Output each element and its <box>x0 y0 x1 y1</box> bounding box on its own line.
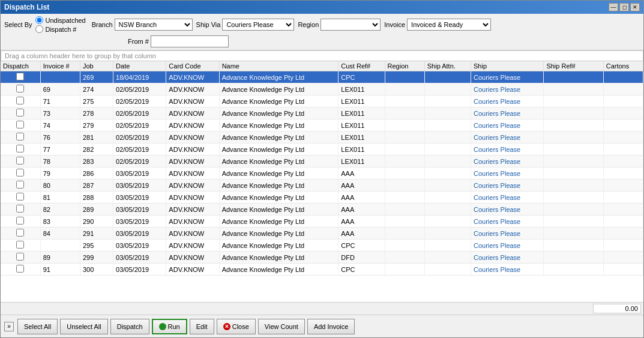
table-container[interactable]: Dispatch Invoice # Job Date Card Code Na… <box>1 61 643 302</box>
invoice-group: Invoice Invoiced & Ready All Not Invoice… <box>384 19 491 31</box>
table-cell: 69 <box>40 83 80 95</box>
dispatch-checkbox[interactable] <box>16 229 24 237</box>
table-cell <box>385 228 424 240</box>
table-cell: LEX011 <box>339 143 385 155</box>
table-row[interactable]: 26918/04/2019ADV.KNOWAdvance Knowledge P… <box>1 71 643 83</box>
view-count-button[interactable]: View Count <box>258 319 305 334</box>
dispatch-checkbox[interactable] <box>16 133 24 140</box>
table-row[interactable]: 6927402/05/2019ADV.KNOWAdvance Knowledge… <box>1 83 643 95</box>
radio-dispatch-input[interactable] <box>35 25 43 33</box>
table-cell: 295 <box>80 240 113 252</box>
col-header-invoice[interactable]: Invoice # <box>40 61 80 71</box>
invoice-select[interactable]: Invoiced & Ready All Not Invoiced <box>407 19 491 31</box>
col-header-shipref[interactable]: Ship Ref# <box>544 61 603 71</box>
dispatch-checkbox[interactable] <box>16 217 24 225</box>
table-row[interactable]: 7427902/05/2019ADV.KNOWAdvance Knowledge… <box>1 119 643 131</box>
table-cell: 278 <box>80 107 113 119</box>
radio-undispatched-input[interactable] <box>35 16 43 24</box>
dispatch-checkbox[interactable] <box>16 109 24 116</box>
status-bar: 0.00 <box>1 302 643 315</box>
select-all-button[interactable]: Select All <box>17 319 58 334</box>
table-cell: Couriers Please <box>471 180 543 192</box>
table-row[interactable]: 29503/05/2019ADV.KNOWAdvance Knowledge P… <box>1 240 643 252</box>
table-cell <box>603 155 643 167</box>
dispatch-button[interactable]: Dispatch <box>110 319 149 334</box>
col-header-job[interactable]: Job <box>80 61 113 71</box>
col-header-shipattn[interactable]: Ship Attn. <box>424 61 471 71</box>
table-row[interactable]: 7928603/05/2019ADV.KNOWAdvance Knowledge… <box>1 167 643 180</box>
dispatch-checkbox[interactable] <box>16 241 24 249</box>
close-button[interactable]: ✕ Close <box>217 319 256 334</box>
table-cell: Advance Knowledge Pty Ltd <box>219 131 339 143</box>
table-cell <box>424 252 471 264</box>
dispatch-checkbox[interactable] <box>16 145 24 152</box>
col-header-cartons[interactable]: Cartons <box>603 61 643 71</box>
table-row[interactable]: 8128803/05/2019ADV.KNOWAdvance Knowledge… <box>1 192 643 204</box>
table-cell <box>424 107 471 119</box>
dispatch-checkbox[interactable] <box>16 169 24 177</box>
add-invoice-button[interactable]: Add Invoice <box>307 319 355 334</box>
table-row[interactable]: 8028703/05/2019ADV.KNOWAdvance Knowledge… <box>1 180 643 192</box>
table-cell <box>424 71 471 83</box>
table-cell <box>385 131 424 143</box>
shipvia-select[interactable]: Couriers Please Australia Post DHL <box>222 19 294 31</box>
col-header-cardcode[interactable]: Card Code <box>166 61 219 71</box>
table-cell <box>544 167 603 180</box>
run-button[interactable]: Run <box>152 319 187 334</box>
table-cell <box>544 264 603 276</box>
status-value: 0.00 <box>593 304 641 313</box>
table-row[interactable]: 8929903/05/2019ADV.KNOWAdvance Knowledge… <box>1 252 643 264</box>
dispatch-checkbox[interactable] <box>16 73 24 80</box>
col-header-region[interactable]: Region <box>385 61 424 71</box>
table-row[interactable]: 7828302/05/2019ADV.KNOWAdvance Knowledge… <box>1 155 643 167</box>
dispatch-checkbox[interactable] <box>16 97 24 104</box>
dispatch-checkbox[interactable] <box>16 265 24 273</box>
dispatch-checkbox[interactable] <box>16 205 24 213</box>
table-cell: LEX011 <box>339 107 385 119</box>
col-header-date[interactable]: Date <box>113 61 166 71</box>
branch-select[interactable]: NSW Branch VIC Branch QLD Branch <box>115 19 193 31</box>
dispatch-checkbox[interactable] <box>16 193 24 201</box>
unselect-all-button[interactable]: Unselect All <box>60 319 107 334</box>
dispatch-checkbox[interactable] <box>16 181 24 189</box>
table-cell <box>40 240 80 252</box>
from-input[interactable] <box>151 35 229 47</box>
expander-button[interactable]: » <box>4 322 14 331</box>
table-cell: 300 <box>80 264 113 276</box>
region-select[interactable]: All Metro Regional <box>320 19 381 31</box>
table-row[interactable]: 7127502/05/2019ADV.KNOWAdvance Knowledge… <box>1 95 643 107</box>
table-cell <box>544 95 603 107</box>
table-row[interactable]: 8228903/05/2019ADV.KNOWAdvance Knowledge… <box>1 204 643 216</box>
table-cell: 02/05/2019 <box>113 155 166 167</box>
table-row[interactable]: 7728202/05/2019ADV.KNOWAdvance Knowledge… <box>1 143 643 155</box>
dispatch-checkbox[interactable] <box>16 253 24 261</box>
table-cell: Couriers Please <box>471 264 543 276</box>
table-cell: AAA <box>339 180 385 192</box>
table-cell <box>544 216 603 228</box>
radio-undispatched[interactable]: Undispatched <box>35 16 85 24</box>
col-header-ship[interactable]: Ship <box>471 61 543 71</box>
edit-button[interactable]: Edit <box>190 319 214 334</box>
table-cell: Couriers Please <box>471 107 543 119</box>
dispatch-checkbox[interactable] <box>16 85 24 92</box>
col-header-dispatch[interactable]: Dispatch <box>1 61 40 71</box>
table-row[interactable]: 7628102/05/2019ADV.KNOWAdvance Knowledge… <box>1 131 643 143</box>
table-cell <box>424 180 471 192</box>
dispatch-checkbox[interactable] <box>16 121 24 128</box>
dispatch-checkbox[interactable] <box>16 157 24 164</box>
restore-button[interactable]: ◻ <box>619 3 629 11</box>
table-row[interactable]: 8429103/05/2019ADV.KNOWAdvance Knowledge… <box>1 228 643 240</box>
table-row[interactable]: 8329003/05/2019ADV.KNOWAdvance Knowledge… <box>1 216 643 228</box>
table-row[interactable]: 9130003/05/2019ADV.KNOWAdvance Knowledge… <box>1 264 643 276</box>
col-header-name[interactable]: Name <box>219 61 339 71</box>
table-cell: Couriers Please <box>471 71 543 83</box>
close-window-button[interactable]: ✕ <box>630 3 640 11</box>
col-header-custref[interactable]: Cust Ref# <box>339 61 385 71</box>
table-header-row: Dispatch Invoice # Job Date Card Code Na… <box>1 61 643 71</box>
table-cell: 03/05/2019 <box>113 167 166 180</box>
table-cell: 74 <box>40 119 80 131</box>
table-cell: 79 <box>40 167 80 180</box>
minimize-button[interactable]: ― <box>609 3 618 11</box>
table-row[interactable]: 7327802/05/2019ADV.KNOWAdvance Knowledge… <box>1 107 643 119</box>
radio-dispatch[interactable]: Dispatch # <box>35 25 85 33</box>
